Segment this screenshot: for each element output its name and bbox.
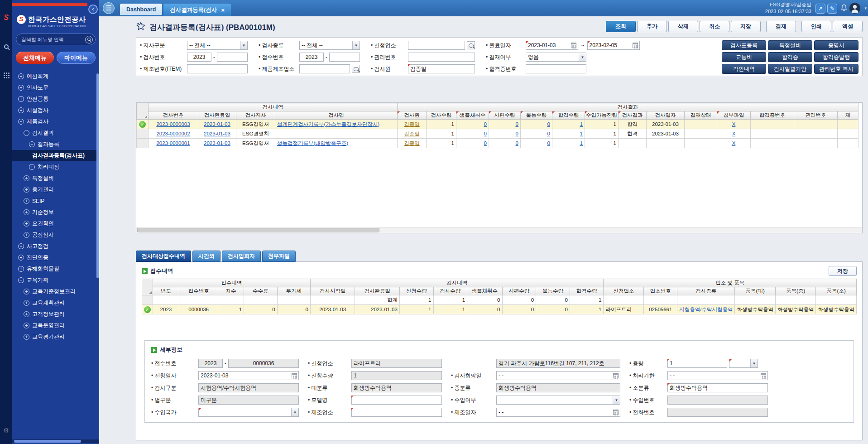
cell[interactable]: 2023-01-03 — [198, 139, 236, 148]
sidebar-item[interactable]: −검사결과 — [12, 127, 99, 139]
column-header[interactable]: 첨부파일 — [717, 111, 751, 120]
number-prefix-field[interactable] — [198, 359, 223, 368]
action-button[interactable]: 특정설비 — [768, 40, 812, 50]
text-field[interactable] — [408, 53, 475, 62]
gear-icon[interactable]: ⚙ — [0, 427, 12, 434]
column-header[interactable]: 차수 — [218, 287, 244, 295]
cell[interactable]: 0 — [489, 120, 521, 129]
text-field[interactable] — [408, 64, 475, 73]
sidebar-item[interactable]: +시설검사 — [12, 105, 99, 116]
toolbar-button[interactable]: 삭제 — [668, 21, 698, 32]
select-field[interactable]: -- 전체 --▾ — [187, 41, 248, 50]
plus-circle-icon[interactable]: + — [18, 85, 24, 91]
sidebar-item[interactable]: +교육운영관리 — [12, 320, 99, 331]
cell-link[interactable]: X — [732, 131, 736, 136]
plus-circle-icon[interactable]: + — [24, 300, 29, 306]
column-header[interactable]: 검사명 — [275, 111, 398, 120]
cell-link[interactable]: 0 — [516, 121, 518, 127]
cell[interactable]: X — [717, 129, 751, 139]
search-field[interactable] — [408, 41, 465, 50]
plus-circle-icon[interactable]: + — [24, 311, 29, 317]
minus-circle-icon[interactable]: − — [18, 277, 24, 283]
open-external-icon[interactable]: ↗ — [815, 4, 825, 14]
sidebar-item[interactable]: +교육기준정보관리 — [12, 286, 99, 297]
column-header[interactable]: 샘플채취수 — [467, 287, 502, 295]
column-header[interactable]: 검사수량 — [433, 287, 467, 295]
cell-link[interactable]: 2023-01-03 — [204, 140, 230, 146]
toolbar-button[interactable]: 결재 — [766, 21, 796, 32]
toolbar-button[interactable]: 인쇄 — [801, 21, 831, 32]
row-marker[interactable]: ✓ — [142, 305, 153, 314]
column-header[interactable]: 검사원 — [398, 111, 427, 120]
number-suffix-field[interactable] — [217, 53, 248, 62]
table-row[interactable]: ✓2023-00000032023-01-03ESG경영처설계단계검사기록부(가… — [137, 120, 858, 129]
column-header[interactable]: 부가세 — [277, 287, 310, 295]
column-header[interactable]: 합격수량 — [570, 287, 604, 295]
column-header[interactable]: 접수번호 — [179, 287, 218, 295]
sidebar-item[interactable]: 검사결과등록(검사표) — [12, 150, 99, 161]
cell-link[interactable]: 1 — [580, 131, 583, 136]
text-field[interactable] — [351, 408, 442, 417]
hamburger-menu-icon[interactable]: ☰ — [103, 2, 115, 14]
cell[interactable]: 1 — [552, 120, 585, 129]
plus-circle-icon[interactable]: + — [18, 266, 24, 272]
plus-circle-icon[interactable]: + — [18, 243, 24, 249]
column-header[interactable]: 검사완료일 — [355, 287, 399, 295]
tab-0[interactable]: Dashboard — [120, 4, 162, 16]
table-row[interactable]: ✓202300000361002023-01-032023-01-0311000… — [142, 305, 857, 314]
bottom-tab[interactable]: 검사입회자 — [222, 251, 261, 262]
column-header[interactable]: 품목(대) — [735, 287, 776, 295]
cell-link[interactable]: 김종일 — [404, 131, 420, 136]
column-header[interactable]: 불능수량 — [536, 287, 570, 295]
calendar-icon[interactable] — [613, 373, 619, 378]
cell-link[interactable]: 2023-01-03 — [204, 131, 230, 136]
cell[interactable]: 0 — [521, 120, 552, 129]
plus-circle-icon[interactable]: + — [24, 209, 29, 215]
sidebar-item[interactable]: +특정설비 — [12, 173, 99, 184]
calendar-icon[interactable] — [761, 373, 766, 378]
my-menu-button[interactable]: 마이메뉴 — [57, 52, 96, 64]
cell-link[interactable]: 0 — [547, 121, 550, 127]
cell[interactable]: 2023-01-03 — [198, 129, 236, 139]
number-suffix-field[interactable] — [329, 53, 360, 62]
toolbar-button[interactable]: 취소 — [700, 21, 729, 32]
select-field[interactable]: ▾ — [198, 408, 299, 417]
calendar-icon[interactable] — [613, 410, 619, 415]
column-header[interactable]: 시편수량 — [502, 287, 536, 295]
select-all-corner[interactable] — [142, 279, 153, 295]
menu-search-icon[interactable] — [85, 36, 93, 43]
sidebar-item[interactable]: +처리대장 — [12, 161, 99, 173]
cell-link[interactable]: 1 — [580, 121, 583, 127]
chevron-down-icon[interactable]: ▾ — [864, 6, 867, 10]
bottom-tab[interactable]: 첨부파일 — [262, 251, 296, 262]
cell[interactable]: X — [717, 120, 751, 129]
cell[interactable]: 0 — [456, 129, 489, 139]
notifications-bell-icon[interactable] — [840, 4, 848, 14]
text-field[interactable] — [667, 383, 768, 392]
column-header[interactable]: 업소번호 — [644, 287, 677, 295]
cell[interactable]: X — [717, 139, 751, 148]
sidebar-item[interactable]: +인사노무 — [12, 82, 99, 93]
toolbar-button[interactable]: 추가 — [637, 21, 667, 32]
bottom-tab[interactable]: 시간외 — [192, 251, 221, 262]
row-marker[interactable] — [142, 295, 153, 305]
column-header[interactable]: 합격수량 — [552, 111, 585, 120]
plus-circle-icon[interactable]: + — [18, 255, 24, 261]
column-header[interactable]: 관리번호 — [794, 111, 838, 120]
minus-circle-icon[interactable]: − — [29, 141, 35, 147]
column-header[interactable]: 년도 — [153, 287, 179, 295]
sidebar-item[interactable]: +교육계획관리 — [12, 297, 99, 309]
column-header[interactable]: 검사수량 — [427, 111, 456, 120]
toolbar-button[interactable]: 저장 — [731, 21, 761, 32]
cell-link[interactable]: 0 — [484, 140, 487, 146]
search-icon[interactable] — [467, 41, 475, 49]
plus-circle-icon[interactable]: + — [24, 198, 29, 204]
sidebar-horizontal-scrollbar[interactable] — [14, 440, 81, 443]
sidebar-item[interactable]: +용기관리 — [12, 184, 99, 195]
date-field[interactable]: 2023-01-03 — [198, 371, 299, 380]
cell-link[interactable]: X — [732, 121, 736, 127]
row-marker[interactable]: ✓ — [137, 120, 149, 129]
select-field[interactable]: ▾ — [729, 359, 758, 368]
sidebar-item[interactable]: +사고점검 — [12, 241, 99, 252]
table-row[interactable]: 2023-00000022023-01-03ESG경영처김종일100011합격2… — [137, 129, 858, 139]
